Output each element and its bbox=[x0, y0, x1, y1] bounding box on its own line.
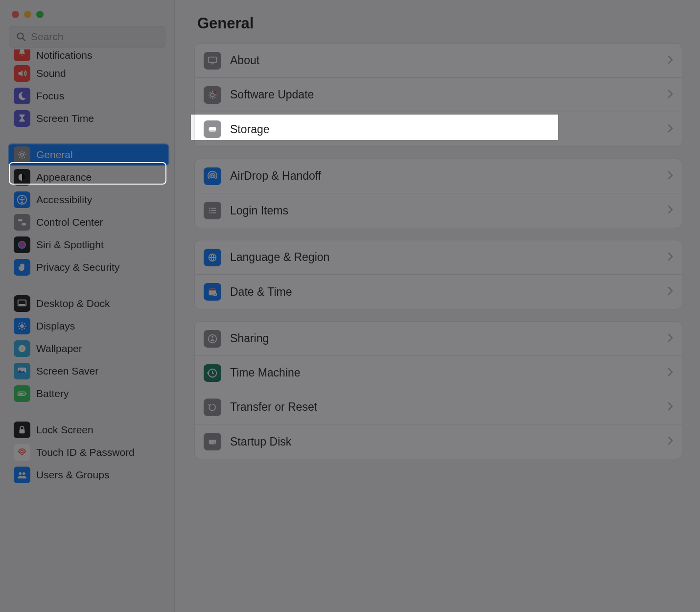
svg-point-16 bbox=[18, 241, 26, 249]
sun-icon bbox=[14, 318, 30, 334]
chevron-right-icon bbox=[668, 333, 673, 344]
svg-rect-37 bbox=[19, 393, 23, 395]
lock-icon bbox=[14, 422, 30, 438]
sidebar-item-privacy-security[interactable]: Privacy & Security bbox=[9, 256, 169, 279]
timemachine-icon bbox=[204, 364, 221, 382]
sidebar-item-accessibility[interactable]: Accessibility bbox=[9, 188, 169, 211]
settings-row-label: Startup Disk bbox=[230, 435, 659, 448]
svg-line-23 bbox=[19, 328, 20, 329]
sidebar-item-label: Wallpaper bbox=[36, 343, 82, 354]
settings-row-language-region[interactable]: Language & Region bbox=[195, 240, 682, 275]
sidebar-item-wallpaper[interactable]: Wallpaper bbox=[9, 337, 169, 360]
svg-point-68 bbox=[211, 336, 213, 338]
sidebar-item-desktop-dock[interactable]: Desktop & Dock bbox=[9, 292, 169, 315]
reset-icon bbox=[204, 399, 221, 416]
settings-row-startup-disk[interactable]: Startup Disk bbox=[195, 424, 682, 459]
sidebar-item-label: Screen Saver bbox=[36, 365, 98, 377]
sidebar-item-lock-screen[interactable]: Lock Screen bbox=[9, 419, 169, 441]
settings-row-date-time[interactable]: Date & Time bbox=[195, 275, 682, 309]
sidebar-item-label: Privacy & Security bbox=[36, 261, 119, 273]
airdrop-icon bbox=[204, 167, 221, 185]
settings-row-software-update[interactable]: Software Update bbox=[195, 78, 682, 112]
appearance-icon bbox=[14, 169, 30, 186]
svg-point-58 bbox=[209, 210, 210, 212]
users-icon bbox=[14, 467, 30, 483]
sidebar-item-appearance[interactable]: Appearance bbox=[9, 166, 169, 188]
chevron-right-icon bbox=[668, 171, 673, 182]
sidebar-item-battery[interactable]: Battery bbox=[9, 382, 169, 405]
monitor-icon bbox=[204, 52, 221, 70]
settings-group: Language & Region Date & Time bbox=[194, 240, 682, 309]
svg-line-46 bbox=[214, 96, 215, 97]
svg-rect-61 bbox=[211, 210, 216, 211]
sidebar-list[interactable]: Notifications Sound Focus Screen Time Ge… bbox=[0, 49, 174, 612]
settings-group: Sharing Time Machine Transfer or Reset S… bbox=[194, 321, 682, 459]
svg-point-40 bbox=[19, 472, 22, 475]
minimize-window-button[interactable] bbox=[24, 11, 31, 18]
sidebar-item-label: Displays bbox=[36, 320, 75, 332]
sidebar-item-control-center[interactable]: Control Center bbox=[9, 211, 169, 234]
chevron-right-icon bbox=[668, 90, 673, 100]
window-controls bbox=[0, 0, 174, 18]
svg-rect-42 bbox=[209, 57, 217, 62]
svg-point-44 bbox=[210, 93, 214, 96]
svg-line-27 bbox=[24, 323, 25, 324]
sidebar-item-label: General bbox=[36, 149, 73, 161]
svg-point-56 bbox=[211, 175, 214, 178]
settings-row-label: Storage bbox=[230, 123, 659, 136]
settings-row-label: Sharing bbox=[230, 332, 659, 345]
settings-row-about[interactable]: About bbox=[195, 44, 682, 78]
sidebar-item-sound[interactable]: Sound bbox=[9, 62, 169, 85]
settings-row-label: Transfer or Reset bbox=[230, 400, 659, 414]
chevron-right-icon bbox=[668, 205, 673, 216]
battery-icon bbox=[14, 385, 30, 402]
sidebar-item-screen-saver[interactable]: Screen Saver bbox=[9, 360, 169, 382]
settings-group: About Software Update Storage bbox=[194, 43, 682, 147]
svg-rect-70 bbox=[209, 440, 216, 444]
sidebar-item-general[interactable]: General bbox=[8, 143, 169, 166]
settings-row-storage[interactable]: Storage bbox=[195, 112, 682, 146]
startup-disk-icon bbox=[204, 433, 221, 450]
sidebar-item-label: Screen Time bbox=[36, 113, 94, 124]
svg-point-2 bbox=[21, 153, 23, 156]
settings-row-label: Language & Region bbox=[230, 251, 659, 264]
svg-point-67 bbox=[209, 334, 217, 343]
search-input[interactable] bbox=[31, 31, 158, 43]
svg-rect-60 bbox=[211, 208, 216, 209]
settings-row-transfer-or-reset[interactable]: Transfer or Reset bbox=[195, 390, 682, 424]
svg-point-57 bbox=[209, 208, 210, 209]
sidebar-item-users-groups[interactable]: Users & Groups bbox=[9, 464, 169, 486]
settings-row-time-machine[interactable]: Time Machine bbox=[195, 356, 682, 390]
svg-line-8 bbox=[19, 152, 20, 153]
switches-icon bbox=[14, 214, 30, 231]
settings-row-login-items[interactable]: Login Items bbox=[195, 193, 682, 228]
maximize-window-button[interactable] bbox=[36, 11, 44, 18]
settings-row-airdrop-handoff[interactable]: AirDrop & Handoff bbox=[195, 159, 682, 193]
siri-icon bbox=[14, 236, 30, 253]
moon-icon bbox=[14, 88, 30, 104]
dock-icon bbox=[14, 295, 30, 312]
svg-line-25 bbox=[19, 323, 20, 324]
svg-rect-39 bbox=[20, 429, 25, 433]
chevron-right-icon bbox=[668, 402, 673, 413]
settings-row-sharing[interactable]: Sharing bbox=[195, 322, 682, 356]
settings-row-label: Login Items bbox=[230, 204, 659, 217]
sidebar-item-screen-time[interactable]: Screen Time bbox=[9, 107, 169, 130]
sidebar-item-label: Lock Screen bbox=[36, 424, 93, 436]
sidebar-item-label: Battery bbox=[36, 388, 69, 400]
settings-row-label: About bbox=[230, 54, 659, 67]
svg-rect-65 bbox=[209, 289, 216, 291]
disk-icon bbox=[204, 120, 221, 138]
list-icon bbox=[204, 202, 221, 219]
search-field[interactable] bbox=[9, 26, 165, 47]
sidebar-item-notifications[interactable]: Notifications bbox=[9, 49, 169, 62]
close-window-button[interactable] bbox=[12, 11, 19, 18]
sidebar-item-displays[interactable]: Displays bbox=[9, 315, 169, 337]
svg-line-50 bbox=[210, 92, 210, 93]
svg-point-19 bbox=[20, 324, 23, 328]
svg-point-41 bbox=[23, 472, 25, 475]
sidebar-item-touch-id-password[interactable]: Touch ID & Password bbox=[9, 441, 169, 464]
sidebar-item-siri-spotlight[interactable]: Siri & Spotlight bbox=[9, 234, 169, 256]
sidebar-item-focus[interactable]: Focus bbox=[9, 85, 169, 107]
svg-rect-55 bbox=[209, 130, 216, 132]
